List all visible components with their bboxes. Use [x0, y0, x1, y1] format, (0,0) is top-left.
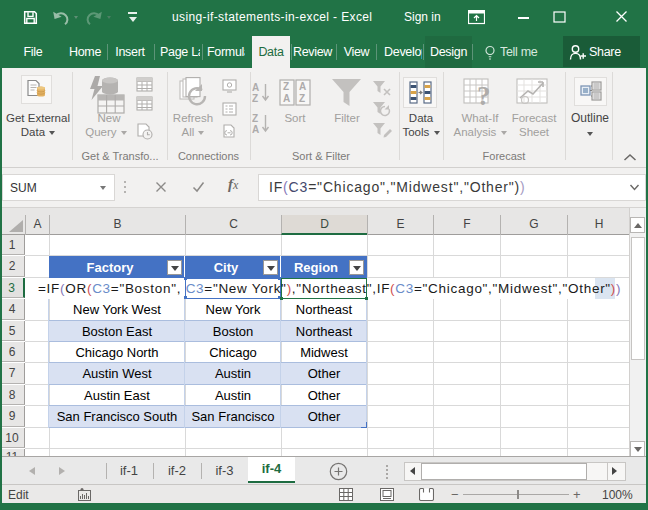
svg-text:Z: Z — [299, 93, 305, 104]
svg-text:A: A — [283, 93, 290, 104]
svg-text:A: A — [252, 124, 259, 135]
svg-text:Z: Z — [283, 81, 289, 92]
svg-text:?: ? — [477, 81, 491, 106]
svg-text:Z: Z — [252, 93, 258, 104]
svg-text:A: A — [299, 81, 306, 92]
svg-text:A: A — [252, 82, 259, 93]
svg-text:Z: Z — [252, 113, 258, 124]
